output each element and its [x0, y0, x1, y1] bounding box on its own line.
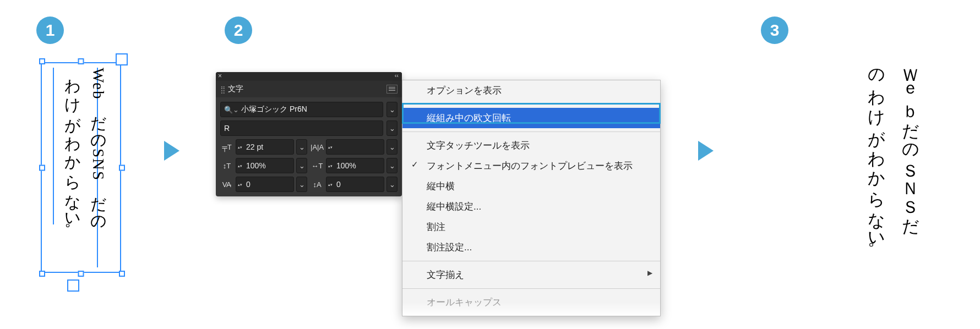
stepper-icon[interactable]: ▴▾ — [236, 164, 244, 168]
menu-item-warichu[interactable]: 割注 — [402, 217, 660, 237]
hscale-icon: ↔T — [311, 162, 324, 170]
handle-bottom-left[interactable] — [39, 271, 45, 277]
vertical-text-before: Web だの SNS だの わけがわからない。 — [60, 68, 111, 239]
tracking-field[interactable]: ▴▾ 0 — [326, 177, 384, 192]
baseline-guide — [53, 68, 54, 224]
menu-item-font-preview[interactable]: ✓ フォントメニュー内のフォントプレビューを表示 — [402, 156, 660, 176]
stepper-icon[interactable]: ▴▾ — [326, 183, 334, 187]
handle-bottom-right[interactable] — [119, 271, 125, 277]
menu-item-show-options[interactable]: オプションを表示 — [402, 80, 660, 101]
search-icon: 🔍⌄ — [224, 106, 239, 114]
hscale-value: 100% — [334, 161, 384, 170]
font-family-field[interactable]: 🔍⌄ 小塚ゴシック Pr6N — [220, 102, 383, 117]
menu-item-warichu-settings[interactable]: 割注設定... — [402, 237, 660, 257]
vscale-icon: ↕T — [220, 162, 233, 170]
leading-icon: |A|A — [311, 143, 324, 151]
text-line-1: ＷｅｂだのＳＮＳだ — [901, 57, 920, 227]
menu-separator — [402, 104, 660, 105]
vscale-field[interactable]: ▴▾ 100% — [236, 158, 294, 173]
handle-mid-left[interactable] — [39, 164, 45, 171]
font-size-icon: ╤T — [220, 143, 233, 151]
close-icon[interactable]: × — [218, 72, 222, 80]
kerning-dropdown[interactable]: ⌄ — [296, 177, 307, 192]
leading-dropdown[interactable]: ⌄ — [386, 139, 398, 155]
font-family-value: 小塚ゴシック Pr6N — [241, 105, 307, 114]
font-style-value: R — [224, 124, 230, 133]
menu-separator — [402, 261, 660, 261]
leading-field[interactable]: ▴▾ — [326, 139, 384, 155]
vscale-value: 100% — [244, 161, 293, 170]
font-style-dropdown[interactable]: ⌄ — [386, 120, 398, 136]
handle-mid-right[interactable] — [119, 164, 125, 171]
kerning-icon: VA̶ — [220, 180, 233, 189]
kerning-value: 0 — [244, 180, 293, 189]
menu-item-mojisoroe[interactable]: 文字揃え — [402, 265, 660, 285]
step-badge-3: 3 — [761, 17, 788, 44]
text-line-2: のわけがわからない。 — [867, 57, 886, 259]
handle-bottom-mid[interactable] — [78, 271, 84, 277]
hscale-field[interactable]: ▴▾ 100% — [326, 158, 384, 173]
text-line-1: Web だの SNS だの — [90, 68, 107, 224]
text-out-port[interactable] — [67, 279, 79, 292]
handle-top-mid[interactable] — [78, 58, 84, 64]
menu-item-tcy[interactable]: 縦中横 — [402, 176, 660, 196]
character-panel[interactable]: × ‹‹ ⣿ 文字 🔍⌄ 小塚ゴシック Pr6N ⌄ R ⌄ ╤T ▴▾ — [216, 72, 402, 196]
arrow-icon — [164, 141, 179, 161]
stepper-icon[interactable]: ▴▾ — [326, 145, 334, 149]
hscale-dropdown[interactable]: ⌄ — [386, 158, 398, 173]
tracking-icon: ↕A — [311, 180, 324, 189]
menu-separator — [402, 131, 660, 132]
font-size-dropdown[interactable]: ⌄ — [296, 139, 307, 155]
menu-separator — [402, 288, 660, 289]
step-badge-2: 2 — [225, 17, 252, 44]
menu-item-rotate-latin[interactable]: 縦組み中の欧文回転 — [402, 108, 660, 128]
kerning-field[interactable]: ▴▾ 0 — [236, 177, 294, 192]
tracking-value: 0 — [334, 180, 384, 189]
arrow-icon — [698, 141, 714, 161]
menu-item-label: フォントメニュー内のフォントプレビューを表示 — [427, 161, 633, 171]
check-icon: ✓ — [411, 160, 418, 169]
collapse-icon[interactable]: ‹‹ — [395, 72, 399, 79]
font-family-dropdown[interactable]: ⌄ — [386, 102, 398, 117]
panel-menu-icon[interactable] — [386, 85, 398, 94]
panel-tab-character[interactable]: 文字 — [228, 84, 243, 94]
vertical-text-after: ＷｅｂだのＳＮＳだ のわけがわからない。 — [859, 57, 927, 259]
panel-grip-icon[interactable]: ⣿ — [220, 85, 225, 94]
vscale-dropdown[interactable]: ⌄ — [296, 158, 307, 173]
tracking-dropdown[interactable]: ⌄ — [386, 177, 398, 192]
character-panel-menu[interactable]: オプションを表示 縦組み中の欧文回転 文字タッチツールを表示 ✓ フォントメニュ… — [402, 80, 661, 316]
selected-text-frame[interactable]: Web だの SNS だの わけがわからない。 — [36, 56, 126, 279]
font-size-field[interactable]: ▴▾ 22 pt — [236, 139, 294, 155]
text-in-port[interactable] — [116, 53, 128, 65]
text-line-2: わけがわからない。 — [64, 68, 82, 239]
font-size-value: 22 pt — [244, 142, 293, 151]
menu-item-touch-tool[interactable]: 文字タッチツールを表示 — [402, 135, 660, 156]
handle-top-left[interactable] — [39, 58, 45, 64]
font-style-field[interactable]: R — [220, 120, 383, 136]
panel-titlebar[interactable]: × ‹‹ — [216, 72, 402, 81]
stepper-icon[interactable]: ▴▾ — [236, 145, 244, 149]
stepper-icon[interactable]: ▴▾ — [326, 164, 334, 168]
stepper-icon[interactable]: ▴▾ — [236, 183, 244, 187]
fade-overlay — [402, 303, 660, 316]
menu-item-tcy-settings[interactable]: 縦中横設定... — [402, 196, 660, 217]
step-badge-1: 1 — [36, 17, 64, 44]
